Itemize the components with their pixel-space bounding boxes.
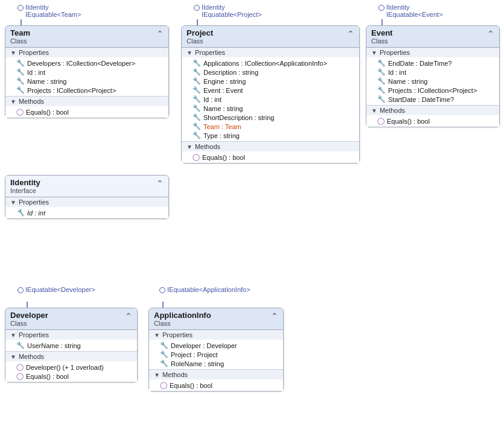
- team-class-type: Class: [10, 37, 30, 45]
- applicationinfo-properties-header[interactable]: ▼ Properties: [149, 330, 283, 340]
- event-props-toggle: ▼: [371, 49, 377, 56]
- iidentity-circle-appinfo: [159, 287, 165, 293]
- property-icon: 🔧: [377, 59, 386, 67]
- property-icon: 🔧: [160, 360, 168, 367]
- applicationinfo-methods-section: ▼ Methods ◯Equals() : bool: [149, 370, 283, 391]
- team-class-box: Team Class ⌃ ▼ Properties 🔧Developers : …: [5, 25, 169, 118]
- list-item: ◯Equals() : bool: [5, 107, 168, 116]
- developer-class-type: Class: [10, 320, 48, 327]
- event-class-name: Event: [371, 28, 392, 37]
- iequatable-project-label: IEquatable<Project>: [202, 11, 262, 18]
- iidentity-circle-event: [378, 5, 384, 11]
- team-class-name: Team: [10, 28, 30, 37]
- team-properties-section: ▼ Properties 🔧Developers : ICollection<D…: [5, 48, 168, 97]
- iidentity-properties-section: ▼ Properties 🔧Id : int: [5, 197, 168, 218]
- iidentity-expand-icon[interactable]: ⌃: [156, 179, 164, 188]
- developer-class-box: Developer Class ⌃ ▼ Properties 🔧UserName…: [5, 308, 138, 382]
- developer-expand-icon[interactable]: ⌃: [125, 312, 132, 320]
- applicationinfo-class-box: ApplicationInfo Class ⌃ ▼ Properties 🔧De…: [148, 308, 284, 392]
- team-properties-label: Properties: [19, 49, 49, 56]
- list-item: 🔧Id : int: [182, 95, 359, 104]
- iidentity-header: IIdentity Interface ⌃: [5, 176, 168, 197]
- property-icon: 🔧: [160, 341, 168, 349]
- proj-prop-1: Description : string: [203, 69, 258, 76]
- project-methods-header[interactable]: ▼ Methods: [182, 142, 359, 151]
- list-item: 🔧Event : Event: [182, 86, 359, 95]
- list-item: 🔧EndDate : DateTime?: [366, 59, 499, 68]
- proj-prop-3: Event : Event: [203, 87, 243, 94]
- developer-methods-header[interactable]: ▼ Methods: [5, 352, 137, 361]
- iidentity-properties-header[interactable]: ▼ Properties: [5, 197, 168, 207]
- applicationinfo-methods-header[interactable]: ▼ Methods: [149, 370, 283, 379]
- developer-properties-header[interactable]: ▼ Properties: [5, 330, 137, 340]
- applicationinfo-expand-icon[interactable]: ⌃: [271, 312, 278, 320]
- developer-header: Developer Class ⌃: [5, 308, 137, 330]
- list-item: 🔧RoleName : string: [149, 359, 283, 368]
- project-properties-header[interactable]: ▼ Properties: [182, 48, 359, 57]
- list-item: ◯Equals() : bool: [182, 153, 359, 162]
- method-icon: ◯: [160, 381, 167, 389]
- property-icon: 🔧: [377, 68, 386, 76]
- iidentity-label-project: IIdentity: [202, 4, 225, 11]
- event-expand-icon[interactable]: ⌃: [487, 30, 494, 38]
- diagram-canvas: IIdentity IEquatable<Team> IIdentity IEq…: [0, 0, 504, 438]
- list-item: ◯Equals() : bool: [149, 381, 283, 390]
- appinfo-props-toggle: ▼: [154, 332, 160, 338]
- applicationinfo-properties-section: ▼ Properties 🔧Developer : Developer 🔧Pro…: [149, 330, 283, 370]
- team-prop-1: Id : int: [27, 69, 45, 76]
- list-item: ◯Developer() (+ 1 overload): [5, 363, 137, 372]
- iidentity-label-event: IIdentity: [386, 4, 410, 11]
- property-icon: 🔧: [193, 132, 201, 139]
- list-item: 🔧Id : int: [366, 68, 499, 77]
- proj-method-0: Equals() : bool: [202, 154, 245, 161]
- team-expand-icon[interactable]: ⌃: [156, 30, 164, 38]
- appinfo-methods-toggle: ▼: [154, 372, 160, 378]
- project-header: Project Class ⌃: [182, 26, 359, 48]
- list-item: 🔧Type : string: [182, 131, 359, 140]
- project-properties-section: ▼ Properties 🔧Applications : ICollection…: [182, 48, 359, 142]
- team-prop-3: Projects : ICollection<Project>: [27, 87, 116, 94]
- team-methods-header[interactable]: ▼ Methods: [5, 97, 168, 106]
- iidentity-circle-developer: [18, 287, 24, 293]
- developer-properties-section: ▼ Properties 🔧UserName : string: [5, 330, 137, 352]
- list-item: 🔧Id : int: [5, 208, 168, 217]
- team-methods-toggle: ▼: [10, 98, 16, 105]
- developer-properties-label: Properties: [19, 331, 49, 338]
- project-methods-label: Methods: [195, 143, 220, 150]
- event-properties-header[interactable]: ▼ Properties: [366, 48, 499, 57]
- iidentity-class-type: Interface: [10, 187, 40, 194]
- event-properties-section: ▼ Properties 🔧EndDate : DateTime? 🔧Id : …: [366, 48, 499, 106]
- project-header-text: Project Class: [187, 28, 213, 45]
- project-class-type: Class: [187, 37, 213, 45]
- event-properties-items: 🔧EndDate : DateTime? 🔧Id : int 🔧Name : s…: [366, 57, 499, 105]
- project-methods-toggle: ▼: [187, 144, 193, 150]
- iequatable-appinfo-label: IEquatable<ApplicationInfo>: [167, 286, 250, 293]
- project-class-box: Project Class ⌃ ▼ Properties 🔧Applicatio…: [181, 25, 360, 163]
- iequatable-team-label: IEquatable<Team>: [25, 11, 81, 18]
- project-props-toggle: ▼: [187, 49, 193, 56]
- property-icon: 🔧: [377, 77, 386, 85]
- project-class-name: Project: [187, 28, 213, 37]
- team-properties-header[interactable]: ▼ Properties: [5, 48, 168, 57]
- event-methods-toggle: ▼: [371, 107, 377, 114]
- property-icon: 🔧: [16, 59, 25, 67]
- project-expand-icon[interactable]: ⌃: [347, 30, 354, 38]
- list-item: ◯Equals() : bool: [5, 372, 137, 381]
- property-icon: 🔧: [16, 68, 25, 76]
- developer-header-text: Developer Class: [10, 311, 48, 327]
- property-icon: 🔧: [193, 122, 201, 130]
- list-item: 🔧ShortDescription : string: [182, 113, 359, 122]
- iidentity-header-text: IIdentity Interface: [10, 178, 40, 194]
- developer-methods-label: Methods: [19, 353, 44, 360]
- appinfo-prop-2: RoleName : string: [171, 360, 224, 367]
- property-icon: 🔧: [193, 77, 201, 85]
- event-methods-header[interactable]: ▼ Methods: [366, 106, 499, 115]
- list-item: 🔧Projects : ICollection<Project>: [366, 86, 499, 95]
- event-prop-2: Name : string: [388, 78, 427, 85]
- event-methods-label: Methods: [380, 107, 405, 114]
- event-header: Event Class ⌃: [366, 26, 499, 48]
- event-class-type: Class: [371, 37, 392, 45]
- list-item: 🔧Engine : string: [182, 77, 359, 86]
- list-item: 🔧Project : Project: [149, 350, 283, 359]
- list-item: ◯Equals() : bool: [366, 116, 499, 125]
